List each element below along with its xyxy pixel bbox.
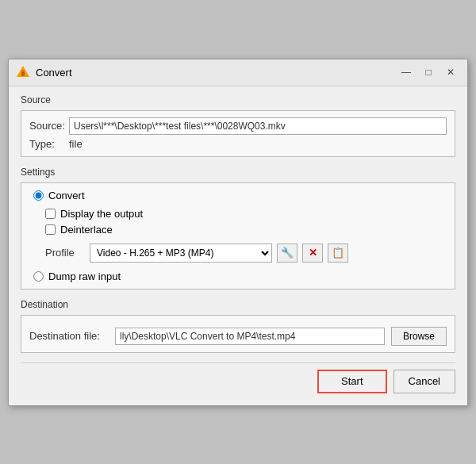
dest-title-bar: Destination [21, 299, 455, 310]
type-row: Type: file [29, 138, 447, 150]
cancel-button[interactable]: Cancel [393, 370, 455, 393]
wrench-icon: 🔧 [281, 247, 294, 259]
source-section-title: Source [21, 94, 455, 105]
deinterlace-row: Deinterlace [45, 224, 447, 236]
profile-label: Profile [45, 247, 85, 259]
source-label: Source [21, 94, 51, 105]
display-output-row: Display the output [45, 208, 447, 220]
minimize-button[interactable]: — [396, 64, 416, 80]
settings-title-bar: Settings [21, 167, 455, 178]
convert-radio[interactable] [33, 190, 44, 201]
settings-box: Convert Display the output Deinterlace P… [21, 182, 455, 290]
vlc-icon [15, 64, 31, 80]
maximize-button[interactable]: □ [418, 64, 439, 80]
profile-delete-button[interactable]: ✕ [302, 244, 323, 263]
bottom-buttons: Start Cancel [21, 362, 455, 393]
dump-raw-label: Dump raw input [48, 270, 121, 282]
dest-section-label: Destination [21, 299, 68, 310]
dump-row: Dump raw input [33, 270, 447, 282]
deinterlace-label: Deinterlace [60, 224, 113, 236]
destination-section: Destination Destination file: Browse [21, 299, 455, 353]
convert-radio-row: Convert [33, 190, 447, 201]
type-field-label: Type: [29, 138, 69, 150]
dest-field-label: Destination file: [29, 330, 109, 342]
dest-box: Destination file: Browse [21, 315, 455, 353]
deinterlace-checkbox[interactable] [45, 224, 56, 235]
main-window: Convert — □ ✕ Source Source: Type: file [8, 59, 468, 406]
window-title: Convert [36, 67, 72, 79]
source-row: Source: [29, 117, 447, 135]
display-output-checkbox[interactable] [45, 209, 56, 219]
destination-input[interactable] [115, 328, 385, 345]
profile-edit-button[interactable]: 🔧 [277, 244, 298, 263]
browse-button[interactable]: Browse [391, 327, 447, 346]
profile-list-button[interactable]: 📋 [328, 244, 348, 263]
convert-radio-label: Convert [48, 190, 85, 201]
settings-label: Settings [21, 167, 55, 178]
title-bar-buttons: — □ ✕ [396, 64, 461, 80]
start-button[interactable]: Start [317, 370, 386, 393]
type-value: file [69, 138, 83, 150]
source-box: Source: Type: file [21, 110, 455, 157]
source-field-label: Source: [29, 120, 69, 132]
dump-raw-radio[interactable] [33, 271, 44, 282]
title-bar-left: Convert [15, 64, 72, 80]
window-content: Source Source: Type: file Settings Conve… [9, 86, 467, 405]
settings-section: Settings Convert Display the output Dein… [21, 167, 455, 290]
display-output-label: Display the output [60, 208, 143, 220]
delete-icon: ✕ [309, 247, 317, 259]
title-bar: Convert — □ ✕ [9, 59, 467, 86]
svg-point-3 [21, 70, 25, 73]
list-icon: 📋 [332, 247, 344, 259]
source-input[interactable] [69, 117, 447, 135]
dest-row: Destination file: Browse [29, 327, 447, 346]
close-button[interactable]: ✕ [440, 64, 461, 80]
profile-select[interactable]: Video - H.265 + MP3 (MP4) Video - H.264 … [90, 244, 272, 263]
profile-row: Profile Video - H.265 + MP3 (MP4) Video … [45, 244, 447, 263]
